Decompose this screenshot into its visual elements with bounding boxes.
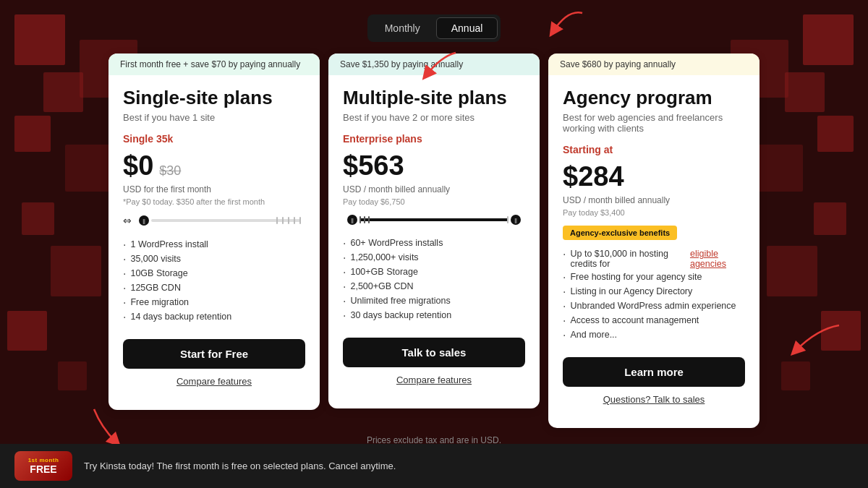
feature-item: Listing in our Agency Directory: [563, 285, 745, 299]
agency-price-desc: USD / month billed annually: [563, 195, 745, 205]
feature-item: And more...: [563, 328, 745, 343]
single-price-note: *Pay $0 today. $350 after the first mont…: [123, 197, 305, 206]
feature-item: 10GB Storage: [123, 267, 305, 281]
feature-item: 14 days backup retention: [123, 310, 305, 325]
single-banner: First month free + save $70 by paying an…: [109, 53, 320, 75]
plans-container: First month free + save $70 by paying an…: [109, 53, 760, 428]
single-plan-name: Single-site plans: [123, 87, 305, 109]
feature-item: 1 WordPress install: [123, 238, 305, 252]
agency-plan-subtitle: Best for web agencies and freelancers wo…: [563, 112, 745, 134]
single-price-desc: USD for the first month: [123, 184, 305, 194]
feature-text: Up to $10,000 in hosting credits for: [570, 249, 686, 269]
feature-item: 35,000 visits: [123, 252, 305, 267]
bottom-bar-message: Try Kinsta today! The first month is fre…: [84, 461, 396, 471]
agency-tier: Starting at: [563, 144, 745, 155]
single-plan-subtitle: Best if you have 1 site: [123, 112, 305, 123]
single-site-plan: First month free + save $70 by paying an…: [109, 53, 320, 410]
multiple-price-note: Pay today $6,750: [343, 197, 525, 206]
feature-item: 30 days backup retention: [343, 309, 525, 323]
multiple-price: $563: [343, 150, 404, 181]
single-tier: Single 35k: [123, 133, 305, 145]
feature-item: Unbranded WordPress admin experience: [563, 299, 745, 314]
monthly-toggle[interactable]: Monthly: [370, 17, 435, 39]
feature-item: Free hosting for your agency site: [563, 270, 745, 285]
multiple-banner: Save $1,350 by paying annually: [328, 53, 540, 75]
single-price-row: $0 $30: [123, 150, 305, 181]
multiple-tier: Enterprise plans: [343, 133, 525, 145]
coupon-top-text: 1st month: [23, 457, 64, 463]
feature-item: 1,250,000+ visits: [343, 251, 525, 265]
multiple-plan-subtitle: Best if you have 2 or more sites: [343, 112, 525, 123]
annual-arrow: [532, 6, 590, 42]
agency-price-note: Pay today $3,400: [563, 208, 745, 217]
annual-toggle[interactable]: Annual: [436, 17, 498, 39]
multiple-slider[interactable]: || ||: [343, 215, 525, 225]
single-price: $0: [123, 150, 153, 181]
feature-item: Access to account management: [563, 314, 745, 328]
multiple-compare-link[interactable]: Compare features: [343, 374, 525, 397]
agency-cta-button[interactable]: Learn more: [563, 357, 745, 387]
multiple-plan-name: Multiple-site plans: [343, 87, 525, 109]
page-wrapper: Monthly Annual First month free + save $…: [0, 0, 868, 488]
agency-banner: Save $680 by paying annually: [548, 53, 760, 75]
single-price-old: $30: [159, 163, 181, 179]
multiple-site-plan: Save $1,350 by paying annually Multiple-…: [328, 53, 540, 408]
feature-item: 60+ WordPress installs: [343, 236, 525, 251]
single-features: 1 WordPress install 35,000 visits 10GB S…: [123, 238, 305, 325]
feature-item: 100+GB Storage: [343, 265, 525, 280]
feature-item: Up to $10,000 in hosting credits for eli…: [563, 247, 745, 270]
agency-price-row: $284: [563, 161, 745, 192]
multiple-features: 60+ WordPress installs 1,250,000+ visits…: [343, 236, 525, 323]
multiple-price-desc: USD / month billed annually: [343, 184, 525, 194]
agency-price: $284: [563, 161, 624, 192]
feature-item: Free migration: [123, 296, 305, 310]
multiple-price-row: $563: [343, 150, 525, 181]
multiple-cta-button[interactable]: Talk to sales: [343, 338, 525, 367]
coupon-main-text: FREE: [23, 463, 64, 475]
feature-item: 2,500+GB CDN: [343, 280, 525, 294]
agency-compare-link[interactable]: Questions? Talk to sales: [563, 394, 745, 416]
billing-toggle: Monthly Annual: [367, 14, 501, 42]
feature-item: 125GB CDN: [123, 281, 305, 296]
feature-item: Unlimited free migrations: [343, 294, 525, 309]
bottom-bar: 1st month FREE Try Kinsta today! The fir…: [0, 444, 868, 488]
agency-plan: Save $680 by paying annually Agency prog…: [548, 53, 760, 428]
eligible-agencies-link[interactable]: eligible agencies: [690, 249, 745, 269]
agency-plan-name: Agency program: [563, 87, 745, 109]
single-cta-button[interactable]: Start for Free: [123, 339, 305, 369]
single-compare-link[interactable]: Compare features: [123, 376, 305, 398]
agency-features: Up to $10,000 in hosting credits for eli…: [563, 247, 745, 343]
single-slider[interactable]: ⇔ ||: [123, 215, 305, 226]
coupon-badge: 1st month FREE: [14, 451, 72, 481]
agency-badge: Agency-exclusive benefits: [563, 226, 677, 240]
